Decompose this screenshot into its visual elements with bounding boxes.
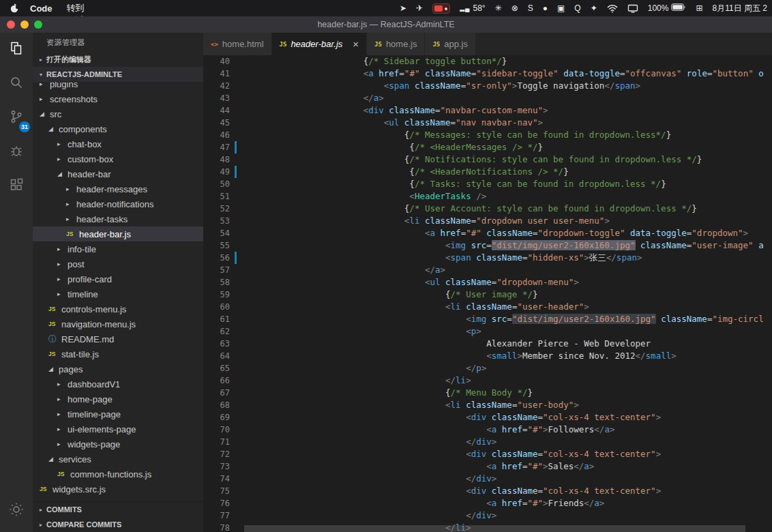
chevron-collapsed-icon[interactable]: ▸ [57,291,67,297]
menubar-menu-4[interactable]: 转到 [59,2,92,14]
folder-chat-box[interactable]: ▸chat-box [33,136,203,151]
folder-header-notifications[interactable]: ▸header-notifications [33,196,203,211]
code-line-content[interactable]: <p> [240,325,772,338]
code-line-content[interactable]: {/* Sidebar toggle button*/} [240,55,772,68]
tab-app.js[interactable]: JSapp.js [425,33,476,55]
file-controls-menu.js[interactable]: JScontrols-menu.js [33,301,203,316]
chevron-collapsed-icon[interactable]: ▸ [57,396,67,402]
folder-profile-card[interactable]: ▸profile-card [33,271,203,286]
code-line-content[interactable]: </a> [240,264,772,276]
chevron-collapsed-icon[interactable]: ▸ [57,426,67,432]
folder-custom-box[interactable]: ▸custom-box [33,151,203,166]
section-compare-commits[interactable]: ▸ COMPARE COMMITS [33,517,203,532]
code-line-content[interactable]: </div> [240,509,772,522]
code-line-content[interactable]: <li className="user-header"> [240,301,772,313]
code-line-content[interactable]: </a> [240,92,772,104]
chevron-collapsed-icon[interactable]: ▸ [57,141,67,147]
chevron-expanded-icon[interactable]: ◢ [57,171,67,177]
display-icon[interactable] [623,4,643,13]
activity-debug-button[interactable] [0,135,33,169]
code-line-content[interactable]: <span className="hidden-xs">张三</span> [240,252,772,264]
file-header-bar.js[interactable]: JSheader-bar.js [33,226,203,241]
code-line-content[interactable]: <li className="dropdown user user-menu"> [240,215,772,227]
folder-widgets-page[interactable]: ▸widgets-page [33,437,203,452]
app-menu-name[interactable]: Code [30,3,53,14]
chevron-collapsed-icon[interactable]: ▸ [57,276,67,282]
bag-icon[interactable]: ▣ [552,3,569,13]
code-line-content[interactable]: <img src="dist/img/user2-160x160.jpg" cl… [240,239,772,252]
code-line-content[interactable]: <ul className="nav navbar-nav"> [240,117,772,129]
apple-menu-icon[interactable] [10,3,19,13]
chevron-collapsed-icon[interactable]: ▸ [57,261,67,267]
file-widgets.src.js[interactable]: JSwidgets.src.js [33,482,203,497]
close-tab-icon[interactable]: × [353,39,359,49]
activity-source-control-button[interactable]: 31 [0,101,33,135]
fan-icon[interactable]: ✳ [490,3,507,13]
code-line-content[interactable]: <ul className="dropdown-menu"> [240,276,772,289]
folder-home-page[interactable]: ▸home-page [33,391,203,407]
code-line-content[interactable]: <img src="dist/img/user2-160x160.jpg" cl… [240,313,772,325]
code-line-content[interactable]: <span className="sr-only">Toggle navigat… [240,80,772,92]
chevron-collapsed-icon[interactable]: ▸ [66,216,76,222]
code-line-content[interactable]: <li className="user-body"> [240,399,772,411]
chevron-expanded-icon[interactable]: ◢ [48,125,58,132]
folder-header-bar[interactable]: ◢header-bar [33,166,203,181]
section-project-root[interactable]: ▾ REACTJS-ADMINLTE [33,67,203,82]
code-editor[interactable]: 40 {/* Sidebar toggle button*/}41 <a hre… [203,55,772,532]
chevron-collapsed-icon[interactable]: ▸ [57,156,67,162]
code-line-content[interactable]: <a href="#" className="sidebar-toggle" d… [240,68,772,80]
file-README.md[interactable]: ⓘREADME.md [33,331,203,346]
code-line-content[interactable]: {/* User Account: style can be found in … [240,203,772,215]
tab-home.html[interactable]: <>home.html [203,33,272,55]
code-line-content[interactable]: {/* Menu Body */} [240,387,772,399]
code-line-content[interactable]: {/* <HeaderMessages /> */} [240,141,772,153]
minimize-window-button[interactable] [20,20,29,29]
scrollbar-thumb[interactable] [244,525,745,532]
folder-pages[interactable]: ◢pages [33,361,203,376]
code-line-content[interactable]: {/* Messages: style can be found in drop… [240,129,772,141]
chevron-collapsed-icon[interactable]: ▸ [66,186,76,192]
cursor-icon[interactable]: ➤ [395,3,411,13]
s-app-icon[interactable]: S [523,3,538,13]
activity-explorer-button[interactable] [0,33,33,67]
zoom-window-button[interactable] [34,20,42,29]
code-line-content[interactable]: <div className="col-xs-4 text-center"> [240,448,772,460]
folder-services[interactable]: ◢services [33,452,203,467]
ime-input-icon[interactable]: ⊞ [691,3,707,13]
activity-extensions-button[interactable] [0,169,33,203]
code-line-content[interactable]: <a href="#" className="dropdown-toggle" … [240,227,772,239]
activity-settings-button[interactable] [0,494,33,528]
code-line-content[interactable]: </div> [240,473,772,485]
chevron-collapsed-icon[interactable]: ▸ [57,246,67,252]
code-line-content[interactable]: Alexander Pierce - Web Developer [240,338,772,350]
battery-indicator[interactable]: 100% [643,3,692,13]
folder-ui-elements-page[interactable]: ▸ui-elements-page [33,422,203,437]
folder-header-tasks[interactable]: ▸header-tasks [33,211,203,226]
folder-dashboardV1[interactable]: ▸dashboardV1 [33,376,203,391]
close-window-button[interactable] [7,20,15,29]
wifi-icon[interactable] [602,4,623,13]
code-line-content[interactable]: {/* Notifications: style can be found in… [240,153,772,166]
folder-screenshots[interactable]: ▸screenshots [33,91,203,106]
code-line-content[interactable]: <div className="navbar-custom-menu"> [240,104,772,117]
chevron-collapsed-icon[interactable]: ▸ [66,201,76,207]
recorder-widget-icon[interactable] [428,3,455,14]
code-line-content[interactable]: {/* Tasks: style can be found in dropdow… [240,178,772,190]
chevron-collapsed-icon[interactable]: ▸ [57,381,67,387]
code-line-content[interactable]: </div> [240,436,772,448]
send-plane-icon[interactable]: ✈ [411,3,428,13]
file-stat-tile.js[interactable]: JSstat-tile.js [33,346,203,361]
code-line-content[interactable]: {/* User image */} [240,289,772,301]
close-circle-icon[interactable]: ⊗ [507,3,523,13]
folder-info-tile[interactable]: ▸info-tile [33,241,203,256]
code-line-content[interactable]: <div className="col-xs-4 text-center"> [240,485,772,497]
horizontal-scrollbar[interactable] [240,525,772,532]
folder-post[interactable]: ▸post [33,256,203,271]
chevron-expanded-icon[interactable]: ◢ [48,456,58,462]
code-line-content[interactable]: <a href="#">Friends</a> [240,497,772,509]
file-navigation-menu.js[interactable]: JSnavigation-menu.js [33,316,203,331]
sparkle-icon[interactable]: ✦ [586,3,602,13]
code-line-content[interactable]: <HeaderTasks /> [240,190,772,203]
chevron-collapsed-icon[interactable]: ▸ [57,411,67,417]
folder-src[interactable]: ◢src [33,106,203,121]
